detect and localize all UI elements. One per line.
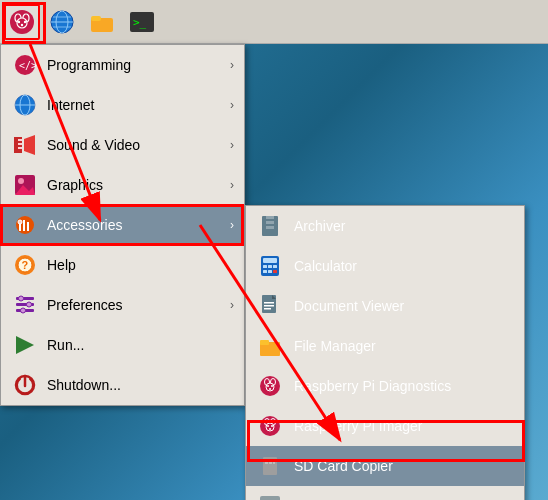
menu-item-graphics[interactable]: Graphics ›	[1, 165, 244, 205]
svg-rect-31	[23, 220, 25, 231]
svg-rect-41	[268, 265, 272, 268]
svg-rect-50	[264, 308, 271, 310]
main-menu: </> Programming › Internet ›	[0, 44, 245, 406]
svg-rect-22	[18, 139, 22, 141]
svg-rect-68	[265, 459, 268, 464]
graphics-icon	[11, 171, 39, 199]
raspberry-imager-label: Raspberry Pi Imager	[294, 418, 514, 434]
submenu-item-raspberry-imager[interactable]: Raspberry Pi Imager	[246, 406, 524, 446]
svg-rect-42	[273, 265, 277, 268]
svg-point-57	[267, 385, 269, 387]
shutdown-label: Shutdown...	[47, 377, 234, 393]
svg-point-59	[269, 388, 271, 390]
svg-point-65	[271, 425, 273, 427]
svg-point-5	[24, 20, 26, 22]
preferences-icon	[11, 291, 39, 319]
submenu-item-sd-card-copier[interactable]: SD Card Copier	[246, 446, 524, 486]
svg-rect-36	[266, 221, 274, 224]
menu-item-programming[interactable]: </> Programming ›	[1, 45, 244, 85]
accessories-label: Accessories	[47, 217, 226, 233]
svg-rect-32	[27, 222, 29, 231]
svg-rect-52	[260, 340, 269, 345]
svg-text:>_: >_	[133, 16, 147, 29]
svg-point-58	[271, 385, 273, 387]
svg-rect-45	[273, 270, 277, 273]
menu-item-help[interactable]: ? Help	[1, 245, 244, 285]
svg-rect-37	[266, 226, 274, 229]
svg-point-66	[269, 428, 271, 430]
sd-card-copier-label: SD Card Copier	[294, 458, 514, 474]
calculator-icon	[256, 252, 284, 280]
menu-item-internet[interactable]: Internet ›	[1, 85, 244, 125]
svg-rect-13	[91, 16, 101, 21]
run-label: Run...	[47, 337, 234, 353]
accessories-arrow: ›	[230, 218, 234, 232]
svg-point-64	[267, 425, 269, 427]
raspberry-imager-icon	[256, 412, 284, 440]
programming-icon: </>	[11, 51, 39, 79]
internet-arrow: ›	[230, 98, 234, 112]
svg-rect-48	[264, 302, 274, 304]
help-label: Help	[47, 257, 234, 273]
svg-rect-23	[18, 143, 22, 145]
shutdown-icon	[11, 371, 39, 399]
document-viewer-icon	[256, 292, 284, 320]
file-manager-label: File Manager	[294, 338, 514, 354]
svg-point-6	[21, 23, 23, 25]
run-icon	[11, 331, 39, 359]
taskbar: >_	[0, 0, 548, 44]
preferences-arrow: ›	[230, 298, 234, 312]
svg-rect-39	[263, 258, 277, 263]
terminal-taskbar-icon[interactable]: >_	[124, 4, 160, 40]
submenu-item-raspberry-diagnostics[interactable]: Raspberry Pi Diagnostics	[246, 366, 524, 406]
submenu-item-document-viewer[interactable]: Document Viewer	[246, 286, 524, 326]
internet-icon	[11, 91, 39, 119]
svg-text:</>: </>	[19, 60, 37, 71]
svg-rect-44	[268, 270, 272, 273]
svg-rect-49	[264, 305, 274, 307]
internet-label: Internet	[47, 97, 226, 113]
preferences-label: Preferences	[47, 297, 226, 313]
archiver-label: Archiver	[294, 218, 514, 234]
globe-taskbar-icon[interactable]	[44, 4, 80, 40]
svg-marker-84	[16, 336, 34, 354]
submenu-item-file-manager[interactable]: File Manager	[246, 326, 524, 366]
menu-item-accessories[interactable]: Accessories › Archiver	[1, 205, 244, 245]
menu-item-run[interactable]: Run...	[1, 325, 244, 365]
file-manager-icon	[256, 332, 284, 360]
programming-arrow: ›	[230, 58, 234, 72]
svg-rect-70	[273, 459, 275, 464]
calculator-label: Calculator	[294, 258, 514, 274]
submenu-item-archiver[interactable]: Archiver	[246, 206, 524, 246]
menu-item-sound-video[interactable]: Sound & Video ›	[1, 125, 244, 165]
sound-video-icon	[11, 131, 39, 159]
submenu-item-task-manager[interactable]: Task Manager	[246, 486, 524, 500]
graphics-label: Graphics	[47, 177, 226, 193]
svg-text:?: ?	[22, 259, 29, 271]
task-manager-icon	[256, 492, 284, 500]
folder-taskbar-icon[interactable]	[84, 4, 120, 40]
archiver-icon	[256, 212, 284, 240]
svg-point-27	[18, 178, 24, 184]
menu-item-preferences[interactable]: Preferences ›	[1, 285, 244, 325]
raspberry-menu-button[interactable]	[4, 4, 40, 40]
svg-point-82	[27, 302, 32, 307]
submenu-item-calculator[interactable]: Calculator	[246, 246, 524, 286]
svg-marker-25	[24, 135, 35, 155]
sound-video-arrow: ›	[230, 138, 234, 152]
menu-item-shutdown[interactable]: Shutdown...	[1, 365, 244, 405]
svg-point-83	[21, 308, 26, 313]
accessories-icon	[11, 211, 39, 239]
svg-rect-40	[263, 265, 267, 268]
svg-point-33	[18, 220, 22, 224]
svg-rect-43	[263, 270, 267, 273]
sound-video-label: Sound & Video	[47, 137, 226, 153]
sd-card-copier-icon	[256, 452, 284, 480]
submenu-accessories: Archiver Calculator	[245, 205, 525, 500]
svg-rect-69	[269, 459, 272, 464]
help-icon: ?	[11, 251, 39, 279]
raspberry-diagnostics-label: Raspberry Pi Diagnostics	[294, 378, 514, 394]
svg-rect-71	[260, 496, 280, 500]
svg-rect-35	[266, 216, 274, 219]
raspberry-diagnostics-icon	[256, 372, 284, 400]
